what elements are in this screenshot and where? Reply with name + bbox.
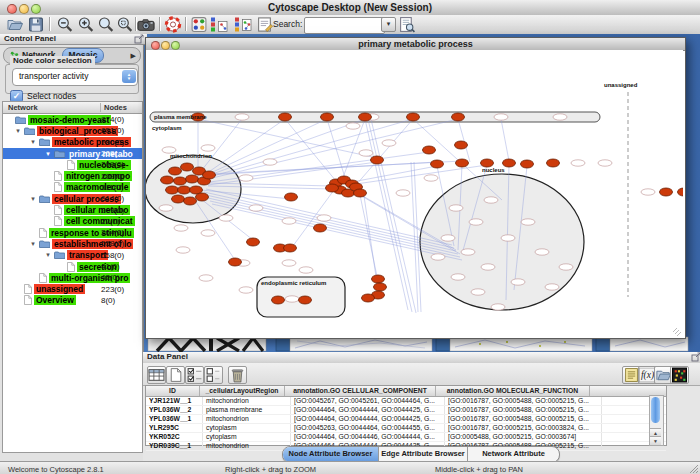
delete-attribute-icon[interactable] xyxy=(228,366,247,384)
graph-node[interactable] xyxy=(317,215,331,221)
table-row[interactable]: YLR295Ccytoplasm[GO:0045263, GO:0044464,… xyxy=(146,424,666,433)
graph-node[interactable] xyxy=(299,267,313,273)
table-cell[interactable]: YPL036W__2 xyxy=(146,406,203,414)
expand-arrow-icon[interactable]: ▾ xyxy=(27,240,39,248)
graph-node-selected[interactable] xyxy=(455,141,468,149)
graph-node[interactable] xyxy=(461,249,475,255)
graph-node[interactable] xyxy=(201,230,215,236)
graph-node-selected[interactable] xyxy=(547,159,560,167)
graph-node[interactable] xyxy=(641,189,655,195)
graph-node[interactable] xyxy=(346,123,360,129)
window-resize-grip[interactable] xyxy=(688,463,699,474)
graph-node[interactable] xyxy=(491,304,505,310)
graph-node-selected[interactable] xyxy=(272,296,285,304)
node-color-dropdown[interactable]: transporter activity ▲▼ xyxy=(12,68,138,86)
column-header[interactable]: ID xyxy=(146,386,200,396)
graph-node[interactable] xyxy=(382,140,396,146)
search-input[interactable] xyxy=(304,17,385,34)
expand-arrow-icon[interactable]: ▾ xyxy=(42,251,54,259)
graph-node[interactable] xyxy=(484,197,498,203)
graph-node-selected[interactable] xyxy=(314,224,327,232)
table-cell[interactable]: mitochondrion xyxy=(203,415,291,423)
tree-row[interactable]: ▾transport558(0) xyxy=(3,250,142,261)
attribute-table-icon[interactable] xyxy=(147,366,166,384)
graph-node-selected[interactable] xyxy=(172,195,185,203)
float-panel-icon[interactable] xyxy=(134,34,144,44)
table-cell[interactable]: cytoplasm xyxy=(203,433,291,441)
matrix-icon[interactable] xyxy=(670,366,689,384)
graph-node[interactable] xyxy=(559,264,573,270)
expand-arrow-icon[interactable]: ▾ xyxy=(27,195,39,203)
close-button[interactable] xyxy=(151,41,160,50)
search-options-icon[interactable] xyxy=(398,16,416,33)
tree-row[interactable]: ▾primary metabo209(... xyxy=(3,148,142,159)
graph-node[interactable] xyxy=(282,218,296,224)
graph-node-selected[interactable] xyxy=(285,193,298,201)
tab-network-attribute-browser[interactable]: Network Attribute Browser xyxy=(468,447,559,462)
annotation-icon[interactable] xyxy=(256,16,274,33)
table-cell[interactable]: cytoplasm xyxy=(203,424,291,432)
search-dropdown-button[interactable]: ▾ xyxy=(381,17,396,32)
tree-row[interactable]: ▾cellular process614(0) xyxy=(3,193,142,204)
graph-node-selected[interactable] xyxy=(521,160,534,168)
tree-row[interactable]: cell communicat22(0) xyxy=(3,216,142,227)
graph-node[interactable] xyxy=(263,159,277,165)
graph-node[interactable] xyxy=(451,274,465,280)
graph-node-selected[interactable] xyxy=(203,171,216,179)
column-header[interactable]: _cellularLayoutRegion xyxy=(200,386,285,396)
graph-node-selected[interactable] xyxy=(452,113,465,121)
minimize-button[interactable] xyxy=(19,4,29,14)
table-cell[interactable]: [GO:0045263, GO:0044464, GO:0044455, G..… xyxy=(291,424,445,432)
graph-node-selected[interactable] xyxy=(299,296,312,304)
graph-node[interactable] xyxy=(159,205,173,211)
table-row[interactable]: YPL036W__1mitochondrion[GO:0044464, GO:0… xyxy=(146,415,666,424)
graph-node[interactable] xyxy=(285,296,299,302)
graph-node-selected[interactable] xyxy=(423,146,436,154)
tree-row[interactable]: nitrogen compo209(0) xyxy=(3,170,142,181)
graph-node[interactable] xyxy=(441,235,455,241)
tree-row[interactable]: ▾establishment of lo558(0) xyxy=(3,238,142,249)
graph-node-selected[interactable] xyxy=(279,113,292,121)
minimize-button[interactable] xyxy=(161,41,170,50)
save-icon[interactable] xyxy=(27,16,45,33)
graph-node[interactable] xyxy=(481,264,495,270)
graph-node[interactable] xyxy=(553,114,567,120)
table-row[interactable]: YPL036W__2plasma membrane[GO:0044464, GO… xyxy=(146,406,666,415)
graph-node[interactable] xyxy=(494,114,508,120)
graph-node-selected[interactable] xyxy=(196,193,209,201)
zoom-button[interactable] xyxy=(31,4,41,14)
layout-a-icon[interactable] xyxy=(210,16,228,33)
expand-arrow-icon[interactable]: ▾ xyxy=(12,127,24,135)
table-cell[interactable]: [GO:0016787, GO:0005215, GO:0003824, G..… xyxy=(445,424,602,432)
tree-row[interactable]: cellular metabo209(0) xyxy=(3,204,142,215)
table-cell[interactable]: [GO:0044464, GO:0044444, GO:0044425, G..… xyxy=(291,406,445,414)
scroll-down-button[interactable]: ▼ xyxy=(650,436,661,445)
graph-node[interactable] xyxy=(359,150,373,156)
table-cell[interactable]: [GO:0005488, GO:0005215, GO:0003674] xyxy=(445,433,602,441)
scrollbar-thumb[interactable] xyxy=(651,397,660,423)
graph-node-selected[interactable] xyxy=(481,159,494,167)
tree-row[interactable]: Overview8(0) xyxy=(3,295,142,306)
graph-node-selected[interactable] xyxy=(407,113,420,121)
graph-node[interactable] xyxy=(239,175,253,181)
table-cell[interactable]: [GO:0016787, GO:0005488, GO:0005215, G..… xyxy=(445,406,602,414)
tree-row[interactable]: response to stimulu264(0) xyxy=(3,227,142,238)
table-cell[interactable]: YJR121W__1 xyxy=(146,397,203,405)
graph-node-selected[interactable] xyxy=(372,275,385,283)
graph-node[interactable] xyxy=(201,145,215,151)
tree-row[interactable]: ▾biological_process651(0) xyxy=(3,125,142,136)
graph-node-selected[interactable] xyxy=(359,113,372,121)
graph-node-selected[interactable] xyxy=(181,163,194,171)
graph-node[interactable] xyxy=(501,235,515,241)
tree-row[interactable]: ▾metabolic process280(0) xyxy=(3,137,142,148)
graph-node[interactable] xyxy=(235,114,249,120)
table-cell[interactable]: YPL036W__1 xyxy=(146,415,203,423)
graph-node[interactable] xyxy=(449,205,463,211)
network-canvas[interactable]: plasma membrane cytoplasm mitochondrion … xyxy=(146,50,683,336)
table-cell[interactable]: YLR295C xyxy=(146,424,203,432)
graph-node[interactable] xyxy=(521,219,535,225)
tree-row[interactable]: macromolecule311(0) xyxy=(3,182,142,193)
graph-node-selected[interactable] xyxy=(247,238,260,246)
tree-row[interactable]: unassigned223(0) xyxy=(3,283,142,294)
expand-arrow-icon[interactable]: ▾ xyxy=(27,138,39,146)
